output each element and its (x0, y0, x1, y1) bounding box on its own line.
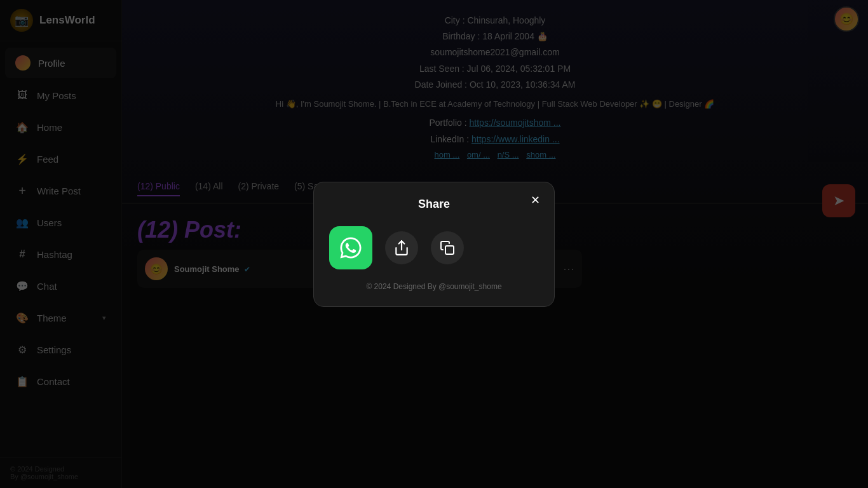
whatsapp-icon (329, 226, 372, 269)
copy-icon (431, 231, 464, 264)
share-external-button[interactable] (385, 231, 418, 264)
share-modal-title: Share (329, 198, 539, 211)
share-modal-footer: © 2024 Designed By @soumojit_shome (329, 282, 539, 291)
modal-backdrop[interactable]: ✕ Share (0, 0, 868, 488)
svg-rect-1 (445, 246, 454, 254)
share-modal-close-button[interactable]: ✕ (526, 191, 544, 209)
share-modal: ✕ Share (313, 182, 555, 307)
share-whatsapp-button[interactable] (329, 226, 372, 269)
share-external-icon (385, 231, 418, 264)
share-icons-row (329, 226, 539, 269)
share-copy-button[interactable] (431, 231, 464, 264)
